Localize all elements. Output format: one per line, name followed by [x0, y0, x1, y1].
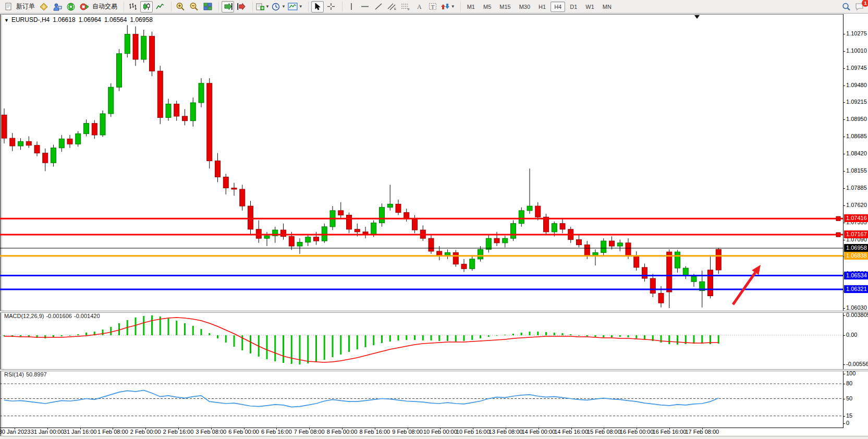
bear-candle [182, 116, 188, 121]
market-watch-button[interactable] [38, 1, 50, 13]
price-tick-label: 1.07620 [846, 202, 867, 208]
time-label[interactable]: 1 Feb 08:00 [97, 429, 128, 435]
time-label[interactable]: 13 Feb 08:00 [489, 429, 523, 435]
price-badge[interactable]: 1.06958 [844, 244, 868, 252]
fibonacci-tool-button[interactable]: F [399, 1, 412, 13]
bull-candle [511, 224, 516, 238]
time-label[interactable]: 9 Feb 08:00 [392, 429, 423, 435]
price-pane[interactable] [0, 14, 843, 311]
price-tick-label: 1.09745 [846, 65, 867, 71]
macd-bar [488, 335, 490, 337]
macd-pane[interactable] [0, 313, 843, 369]
timeframe-mn-button[interactable]: MN [599, 2, 615, 12]
horizontal-line-tool-button[interactable] [359, 1, 371, 13]
text-label-icon: T [429, 3, 437, 10]
toolbar-separator [168, 2, 172, 12]
time-label[interactable]: 8 Feb 00:00 [327, 429, 358, 435]
bear-candle [314, 237, 319, 241]
time-label[interactable]: 2 Feb 16:00 [163, 429, 194, 435]
scroll-to-end-marker[interactable] [694, 15, 700, 19]
text-label-tool-button[interactable]: T [426, 1, 439, 13]
time-label[interactable]: 2 Feb 00:00 [130, 429, 161, 435]
time-label[interactable]: 17 Feb 08:00 [685, 429, 719, 435]
time-label[interactable]: 6 Feb 16:00 [261, 429, 292, 435]
notifications-button[interactable]: 1 [853, 1, 866, 13]
bull-candle [683, 268, 688, 276]
time-label[interactable]: 15 Feb 08:00 [587, 429, 621, 435]
price-tick [843, 86, 845, 86]
zoom-in-button[interactable] [174, 1, 187, 13]
zoom-out-button[interactable] [188, 1, 200, 13]
time-label[interactable]: 10 Feb 00:00 [423, 429, 457, 435]
new-order-label[interactable]: 新订单 [16, 2, 35, 11]
macd-bar [661, 335, 662, 343]
chart-shift-button[interactable] [235, 1, 248, 13]
time-label[interactable]: 7 Feb 08:00 [294, 429, 325, 435]
price-tick-label: 1.08950 [846, 116, 867, 122]
equidistant-channel-tool-button[interactable]: E [386, 1, 398, 13]
time-label[interactable]: 16 Feb 16:00 [653, 429, 687, 435]
rsi-name: RSI(14) [4, 371, 24, 377]
bull-candle [691, 276, 696, 282]
time-label[interactable]: 6 Feb 00:00 [228, 429, 259, 435]
price-badge[interactable]: 1.07416 [844, 214, 868, 222]
line-chart-button[interactable] [154, 1, 166, 13]
macd-bar [225, 335, 227, 343]
time-label[interactable]: 8 Feb 16:00 [359, 429, 390, 435]
new-order-button[interactable] [2, 1, 15, 13]
chevron-down-icon[interactable]: ▼ [4, 18, 9, 23]
tile-windows-button[interactable] [201, 1, 214, 13]
templates-button[interactable]: ▼ [287, 1, 303, 13]
timeframe-m30-button[interactable]: M30 [516, 2, 534, 12]
bull-candle [380, 208, 385, 223]
autotrading-button[interactable] [78, 1, 91, 13]
macd-bar [274, 335, 276, 361]
terminal-button[interactable] [51, 1, 64, 13]
periods-button[interactable]: ▼ [271, 1, 286, 13]
bull-candle [59, 139, 64, 148]
macd-bar [512, 334, 514, 335]
price-badge[interactable]: 1.06838 [844, 252, 868, 260]
macd-bar [44, 335, 46, 338]
bar-chart-button[interactable] [127, 1, 139, 13]
timeframe-w1-button[interactable]: W1 [582, 2, 598, 12]
timeframe-h4-button[interactable]: H4 [551, 2, 565, 12]
macd-bar [529, 332, 531, 335]
price-badge[interactable]: 1.06321 [844, 285, 868, 293]
new-chart-button[interactable]: ▼ [255, 1, 270, 13]
macd-indicator-label: MACD(12,26,9)-0.001606-0.001420 [4, 313, 102, 319]
time-label[interactable]: 14 Feb 16:00 [554, 429, 588, 435]
notification-count-badge: 1 [862, 0, 868, 7]
vertical-line-tool-button[interactable] [345, 1, 358, 13]
time-label[interactable]: 31 Jan 00:00 [31, 429, 64, 435]
cursor-tool-button[interactable] [311, 1, 324, 13]
time-label[interactable]: 30 Jan 2023 [0, 429, 30, 435]
auto-scroll-button[interactable] [222, 1, 234, 13]
timeframe-m15-button[interactable]: M15 [496, 2, 514, 12]
timeframe-m5-button[interactable]: M5 [480, 2, 495, 12]
trendline-tool-button[interactable] [372, 1, 385, 13]
pane-separator[interactable] [0, 311, 868, 313]
time-label[interactable]: 16 Feb 00:00 [620, 429, 654, 435]
time-label[interactable]: 31 Jan 16:00 [64, 429, 97, 435]
price-badge[interactable]: 1.07167 [844, 230, 868, 238]
bear-candle [215, 161, 221, 177]
rsi-indicator-label: RSI(14)50.8997 [4, 371, 49, 377]
search-button[interactable] [840, 1, 852, 13]
time-label[interactable]: 3 Feb 08:00 [195, 429, 226, 435]
time-label[interactable]: 10 Feb 16:00 [456, 429, 490, 435]
autotrading-label[interactable]: 自动交易 [92, 2, 117, 11]
timeframe-m1-button[interactable]: M1 [463, 2, 479, 12]
timeframe-h1-button[interactable]: H1 [535, 2, 549, 12]
arrows-tool-button[interactable]: ▼ [440, 1, 456, 13]
candlestick-chart-button[interactable] [140, 1, 153, 13]
signals-button[interactable] [65, 1, 77, 13]
price-badge[interactable]: 1.06534 [844, 272, 868, 279]
rsi-pane[interactable] [0, 371, 843, 428]
price-tick [843, 171, 845, 172]
text-tool-button[interactable]: A [413, 1, 425, 13]
crosshair-tool-button[interactable] [325, 1, 337, 13]
timeframe-d1-button[interactable]: D1 [566, 2, 581, 12]
pane-separator[interactable] [0, 369, 868, 371]
time-label[interactable]: 14 Feb 00:00 [521, 429, 555, 435]
